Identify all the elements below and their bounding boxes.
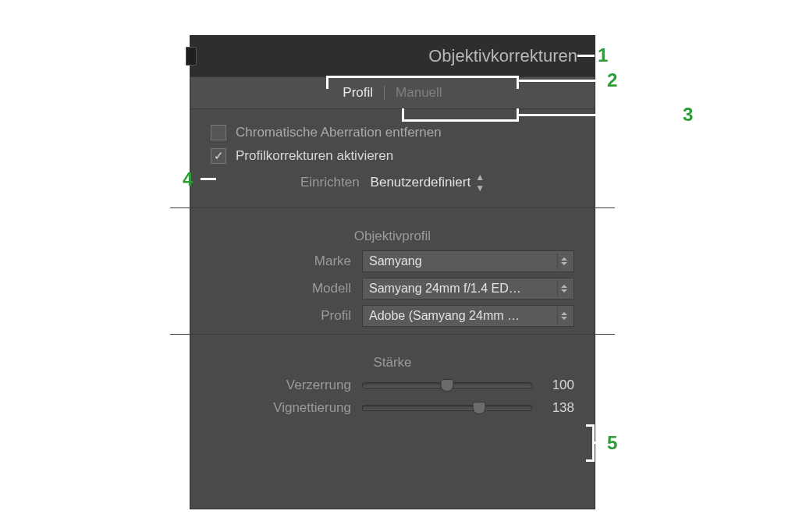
vignette-slider[interactable]: [362, 405, 532, 411]
checkbox-profile[interactable]: ✓: [211, 148, 226, 164]
distortion-value[interactable]: 100: [545, 378, 574, 393]
tab-bar: Profil Manuell: [190, 76, 595, 109]
marke-label: Marke: [211, 254, 362, 269]
modell-label: Modell: [211, 281, 362, 296]
modell-dropdown[interactable]: Samyang 24mm f/1.4 ED…: [362, 278, 574, 300]
strength-title: Stärke: [211, 355, 574, 371]
panel-title: Objektivkorrekturen: [428, 46, 577, 66]
chevron-updown-icon: [557, 307, 570, 325]
row-setup[interactable]: Einrichten Benutzerdefiniert ▲▼: [211, 172, 574, 193]
profil-dropdown[interactable]: Adobe (Samyang 24mm …: [362, 305, 574, 327]
setup-label: Einrichten: [300, 175, 360, 190]
profil-label: Profil: [211, 308, 362, 324]
vignette-value[interactable]: 138: [545, 400, 574, 416]
marke-dropdown[interactable]: Samyang: [362, 250, 574, 272]
checkbox-chromatic[interactable]: [211, 125, 226, 140]
setup-value[interactable]: Benutzerdefiniert: [371, 175, 471, 190]
profil-value: Adobe (Samyang 24mm …: [369, 309, 520, 323]
row-enable-profile[interactable]: ✓ Profilkorrekturen aktivieren: [211, 148, 574, 164]
chevron-updown-icon: [557, 280, 570, 297]
lens-profile-title: Objektivprofil: [211, 229, 574, 244]
panel-toggle-icon[interactable]: [186, 47, 197, 66]
tab-manuell[interactable]: Manuell: [385, 85, 453, 101]
marke-value: Samyang: [369, 254, 422, 268]
row-chromatic-aberration[interactable]: Chromatische Aberration entfernen: [211, 125, 574, 140]
panel-header: Objektivkorrekturen: [190, 36, 595, 76]
chevron-updown-icon: [557, 253, 570, 270]
distortion-slider[interactable]: [362, 382, 532, 388]
distortion-label: Verzerrung: [211, 378, 362, 393]
label-chromatic: Chromatische Aberration entfernen: [236, 125, 442, 140]
slider-thumb-icon[interactable]: [441, 379, 454, 392]
tab-profil[interactable]: Profil: [332, 85, 384, 101]
lens-corrections-panel: Objektivkorrekturen Profil Manuell Chrom…: [190, 35, 595, 509]
setup-stepper-icon[interactable]: ▲▼: [475, 172, 485, 193]
modell-value: Samyang 24mm f/1.4 ED…: [369, 282, 521, 296]
slider-thumb-icon[interactable]: [473, 402, 486, 414]
label-profile-enable: Profilkorrekturen aktivieren: [236, 148, 393, 164]
vignette-label: Vignettierung: [211, 400, 362, 416]
